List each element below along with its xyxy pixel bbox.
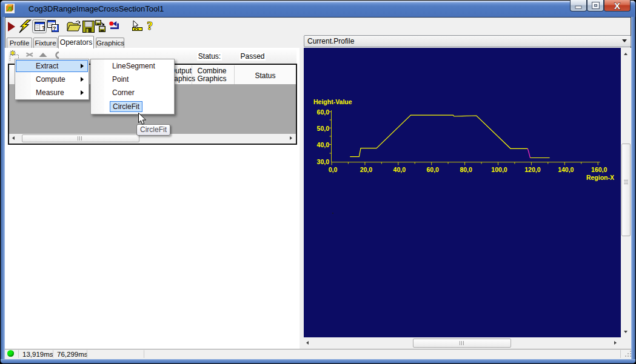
svg-text:Height-Value: Height-Value [313,98,352,105]
svg-text:?: ? [147,19,153,32]
svg-text:X: X [614,1,620,11]
svg-text:80,0: 80,0 [460,166,472,173]
svg-text:60,0: 60,0 [426,166,439,173]
svg-text:?: ? [53,25,56,31]
svg-text:40,0: 40,0 [317,141,330,148]
svg-text:60,0: 60,0 [317,108,330,116]
svg-text:120,0: 120,0 [524,166,540,173]
svg-text:20,0: 20,0 [360,166,373,173]
svg-text:40,0: 40,0 [393,166,406,173]
svg-text:0,0: 0,0 [329,166,338,173]
svg-text:160,0: 160,0 [591,166,607,173]
svg-text:Region-X: Region-X [586,174,614,181]
svg-text:50,0: 50,0 [317,125,330,132]
svg-text:30,0: 30,0 [317,158,330,165]
svg-text:100,0: 100,0 [491,166,507,173]
svg-text:?: ? [42,25,45,31]
svg-text:140,0: 140,0 [558,166,574,173]
